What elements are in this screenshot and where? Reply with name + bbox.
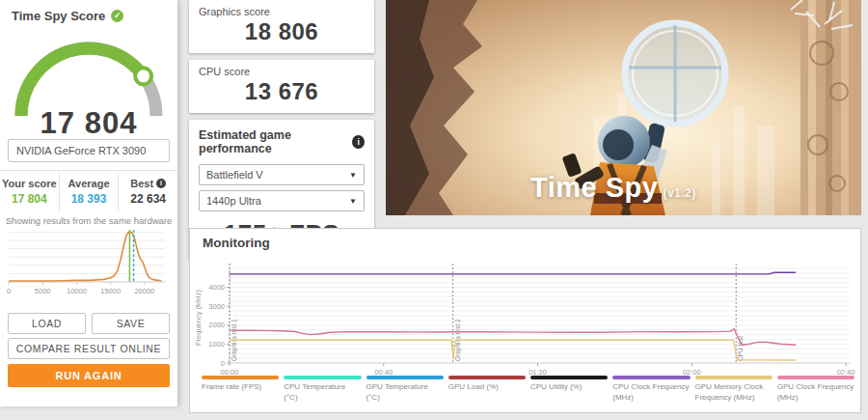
histogram-caption: Showing results from the same hardware [0,215,177,226]
stat-label: Best [130,178,153,189]
legend-item: CPU Temperature (°C) [284,376,361,404]
score-panel-header: Time Spy Score ✓ [0,0,177,25]
monitoring-legend: Frame rate (FPS)CPU Temperature (°C)GPU … [202,376,854,404]
score-distribution-chart: 05000100001500020000 [4,228,174,303]
stat-your-score: Your score17 804 [0,173,59,211]
legend-item: CPU Utility (%) [530,376,608,404]
legend-label: GPU Clock Frequency (MHz) [777,379,854,404]
run-again-button[interactable]: RUN AGAIN [8,364,170,387]
cpu-score-value: 13 676 [189,77,374,113]
info-icon[interactable]: i [156,179,166,188]
game-select[interactable]: Battlefield V ▼ [199,164,365,185]
sub-scores-column: Graphics score 18 806 CPU score 13 676 E… [189,0,374,266]
artwork-version: (v1.2) [663,186,695,200]
legend-label: CPU Utility (%) [530,379,608,393]
monitoring-title: Monitoring [190,229,860,250]
cpu-score-label: CPU score [189,60,374,77]
time-spy-artwork: Time Spy(v1.2) [386,0,861,215]
svg-text:10000: 10000 [67,287,87,295]
svg-text:0: 0 [7,287,11,295]
result-actions: LOAD SAVE COMPARE RESULT ONLINE RUN AGAI… [0,303,177,387]
legend-label: CPU Temperature (°C) [284,379,361,404]
graphics-score-label: Graphics score [189,0,374,17]
stat-best: Besti22 634 [118,173,177,211]
legend-item: Frame rate (FPS) [202,376,279,404]
score-panel: Time Spy Score ✓ 17 804 NVIDIA GeForce R… [0,0,177,406]
stat-average: Average18 393 [59,173,119,211]
benchmark-result-page: Time Spy Score ✓ 17 804 NVIDIA GeForce R… [0,0,868,420]
artwork-title: Time Spy(v1.2) [530,172,696,204]
monitoring-panel: Monitoring Frequency (MHz)01000200030004… [189,228,861,413]
score-stats-row: Your score17 804Average18 393Besti22 634 [0,173,177,211]
svg-text:5000: 5000 [35,287,51,295]
svg-text:20000: 20000 [134,287,154,295]
svg-text:1000: 1000 [208,340,225,349]
estimated-game-performance-title: Estimated game performance [199,128,352,155]
legend-item: GPU Memory Clock Frequency (MHz) [695,376,773,404]
valid-result-check-icon: ✓ [111,10,123,22]
legend-label: CPU Clock Frequency (MHz) [612,379,690,404]
svg-text:CPU test: CPU test [737,336,744,361]
page-title: Time Spy Score [12,9,105,23]
score-gauge: 17 804 [4,27,174,135]
svg-text:Frequency (MHz): Frequency (MHz) [194,290,203,346]
artwork-title-text: Time Spy [530,172,658,203]
graphics-score-value: 18 806 [189,17,374,53]
legend-item: GPU Temperature (°C) [366,376,444,404]
svg-text:2000: 2000 [208,321,225,329]
svg-text:0: 0 [221,359,225,368]
legend-label: GPU Temperature (°C) [366,379,444,404]
svg-text:15000: 15000 [100,287,121,295]
legend-label: GPU Load (%) [448,379,526,393]
monitoring-chart: Frequency (MHz)0100020003000400000:0000:… [190,250,860,378]
info-icon[interactable]: i [352,135,365,149]
preset-select-value: 1440p Ultra [206,195,261,207]
svg-text:3000: 3000 [208,302,225,311]
legend-item: GPU Load (%) [448,376,526,404]
legend-item: CPU Clock Frequency (MHz) [612,376,690,404]
legend-label: GPU Memory Clock Frequency (MHz) [695,379,773,404]
chevron-down-icon: ▼ [349,171,357,180]
chevron-down-icon: ▼ [349,197,357,206]
graphics-score-card: Graphics score 18 806 [189,0,374,53]
stat-value: 18 393 [62,192,117,206]
cpu-score-card: CPU score 13 676 [189,60,374,113]
stat-value: 17 804 [2,192,57,206]
total-score-value: 17 804 [4,106,174,141]
divider [0,170,177,171]
load-button[interactable]: LOAD [8,313,86,334]
game-select-value: Battlefield V [206,169,263,181]
stat-value: 22 634 [121,192,176,206]
compare-result-online-button[interactable]: COMPARE RESULT ONLINE [8,338,170,359]
preset-select[interactable]: 1440p Ultra ▼ [199,190,365,211]
score-distribution-svg: 05000100001500020000 [4,228,174,299]
stat-label: Your score [2,178,57,189]
legend-label: Frame rate (FPS) [202,379,279,393]
gpu-selector[interactable]: NVIDIA GeForce RTX 3090 [8,139,170,162]
save-button[interactable]: SAVE [92,313,170,334]
stat-label: Average [68,178,110,189]
legend-item: GPU Clock Frequency (MHz) [777,376,854,404]
svg-text:4000: 4000 [208,283,225,292]
